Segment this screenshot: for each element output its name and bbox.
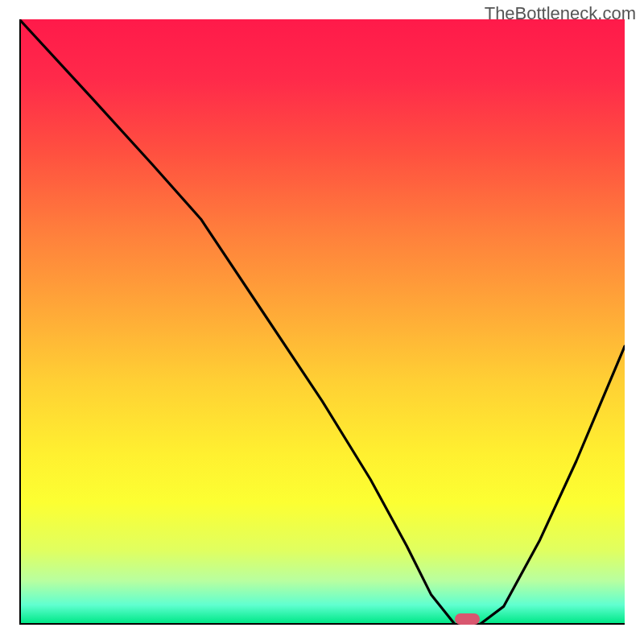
chart-container: TheBottleneck.com xyxy=(0,0,644,644)
plot-area xyxy=(19,19,625,625)
watermark-text: TheBottleneck.com xyxy=(485,3,636,24)
optimum-marker xyxy=(455,613,479,625)
